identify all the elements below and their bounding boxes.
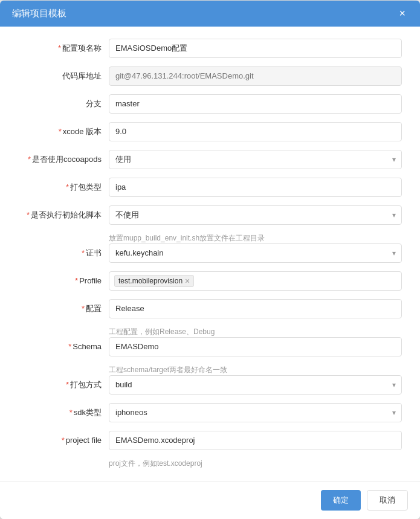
- label-profile: *Profile: [18, 271, 109, 286]
- control-sdk-type: iphoneos iphonesimulator ▾: [109, 403, 402, 422]
- control-repo-url: [109, 66, 402, 86]
- hint-init-script: 放置mupp_build_env_init.sh放置文件在工程目录: [18, 233, 402, 243]
- label-configuration: *配置: [18, 299, 109, 314]
- select-certificate[interactable]: kefu.keychain: [109, 243, 402, 263]
- select-init-script[interactable]: 不使用 使用: [109, 205, 402, 225]
- select-wrapper-cocoapods: 使用 不使用 ▾: [109, 150, 402, 169]
- dialog-body: *配置项名称 代码库地址 分支 *xcode 版本: [0, 27, 420, 481]
- select-wrapper-sdk-type: iphoneos iphonesimulator ▾: [109, 403, 402, 422]
- select-sdk-type[interactable]: iphoneos iphonesimulator: [109, 403, 402, 422]
- select-wrapper-init-script: 不使用 使用 ▾: [109, 205, 402, 225]
- form-row-repo-url: 代码库地址: [18, 66, 402, 86]
- label-xcode-version: *xcode 版本: [18, 122, 109, 137]
- form-row-certificate: *证书 kefu.keychain ▾: [18, 243, 402, 263]
- form-row-xcode-version: *xcode 版本: [18, 122, 402, 141]
- required-star: *: [75, 276, 78, 285]
- input-schema[interactable]: [109, 337, 402, 356]
- input-project-file[interactable]: [109, 431, 402, 450]
- form-row-branch: 分支: [18, 94, 402, 114]
- control-package-method: build archive ▾: [109, 375, 402, 395]
- required-star: *: [82, 248, 85, 257]
- control-config-name: [109, 39, 402, 58]
- control-xcode-version: [109, 122, 402, 141]
- required-star: *: [66, 380, 69, 389]
- label-cocoapods: *是否使用cocoapods: [18, 150, 109, 165]
- select-wrapper-certificate: kefu.keychain ▾: [109, 243, 402, 263]
- input-repo-url: [109, 66, 402, 86]
- required-star: *: [82, 304, 85, 313]
- edit-project-template-dialog: 编辑项目模板 × *配置项名称 代码库地址 分支: [0, 1, 420, 519]
- close-button[interactable]: ×: [396, 8, 408, 19]
- form-row-sdk-type: *sdk类型 iphoneos iphonesimulator ▾: [18, 403, 402, 422]
- control-project-file: [109, 431, 402, 450]
- control-cocoapods: 使用 不使用 ▾: [109, 150, 402, 169]
- form-row-init-script: *是否执行初始化脚本 不使用 使用 ▾: [18, 205, 402, 225]
- label-branch: 分支: [18, 94, 109, 109]
- required-star: *: [68, 342, 71, 351]
- required-star: *: [27, 210, 30, 219]
- label-schema: *Schema: [18, 337, 109, 352]
- label-init-script: *是否执行初始化脚本: [18, 205, 109, 221]
- tag-label: test.mobileprovision: [118, 277, 183, 285]
- input-branch[interactable]: [109, 94, 402, 114]
- control-profile: test.mobileprovision ×: [109, 271, 402, 291]
- form-row-package-type: *打包类型: [18, 178, 402, 197]
- dialog-header: 编辑项目模板 ×: [0, 1, 420, 27]
- form-row-config-name: *配置项名称: [18, 39, 402, 58]
- form-row-schema: *Schema: [18, 337, 402, 356]
- form-row-profile: *Profile test.mobileprovision ×: [18, 271, 402, 291]
- input-configuration[interactable]: [109, 299, 402, 318]
- input-xcode-version[interactable]: [109, 122, 402, 141]
- control-configuration: [109, 299, 402, 318]
- tag-remove-icon[interactable]: ×: [185, 277, 190, 285]
- required-star: *: [69, 408, 73, 417]
- label-package-method: *打包方式: [18, 375, 109, 390]
- control-init-script: 不使用 使用 ▾: [109, 205, 402, 225]
- required-star: *: [59, 127, 62, 136]
- select-cocoapods[interactable]: 使用 不使用: [109, 150, 402, 169]
- input-package-type[interactable]: [109, 178, 402, 197]
- label-package-type: *打包类型: [18, 178, 109, 193]
- control-branch: [109, 94, 402, 114]
- control-package-type: [109, 178, 402, 197]
- hint-project-file: proj文件，例如test.xcodeproj: [18, 459, 402, 469]
- label-sdk-type: *sdk类型: [18, 403, 109, 418]
- label-certificate: *证书: [18, 243, 109, 259]
- label-repo-url: 代码库地址: [18, 66, 109, 82]
- form-row-cocoapods: *是否使用cocoapods 使用 不使用 ▾: [18, 150, 402, 169]
- required-star: *: [28, 155, 31, 164]
- dialog-footer: 确定 取消: [0, 481, 420, 519]
- form-row-package-method: *打包方式 build archive ▾: [18, 375, 402, 395]
- confirm-button[interactable]: 确定: [321, 490, 361, 511]
- tag-mobileprovision: test.mobileprovision ×: [114, 275, 194, 287]
- label-config-name: *配置项名称: [18, 39, 109, 54]
- hint-schema: 工程schema/target两者最好命名一致: [18, 365, 402, 375]
- required-star: *: [66, 182, 69, 192]
- form-row-project-file: *project file: [18, 431, 402, 450]
- control-schema: [109, 337, 402, 356]
- tag-input-profile[interactable]: test.mobileprovision ×: [109, 271, 402, 291]
- dialog-title: 编辑项目模板: [12, 8, 66, 19]
- label-project-file: *project file: [18, 431, 109, 446]
- input-config-name[interactable]: [109, 39, 402, 58]
- control-certificate: kefu.keychain ▾: [109, 243, 402, 263]
- form-row-configuration: *配置: [18, 299, 402, 318]
- required-star: *: [58, 44, 61, 53]
- cancel-button[interactable]: 取消: [367, 490, 408, 511]
- required-star: *: [62, 436, 65, 445]
- hint-configuration: 工程配置，例如Release、Debug: [18, 327, 402, 337]
- select-wrapper-package-method: build archive ▾: [109, 375, 402, 395]
- select-package-method[interactable]: build archive: [109, 375, 402, 395]
